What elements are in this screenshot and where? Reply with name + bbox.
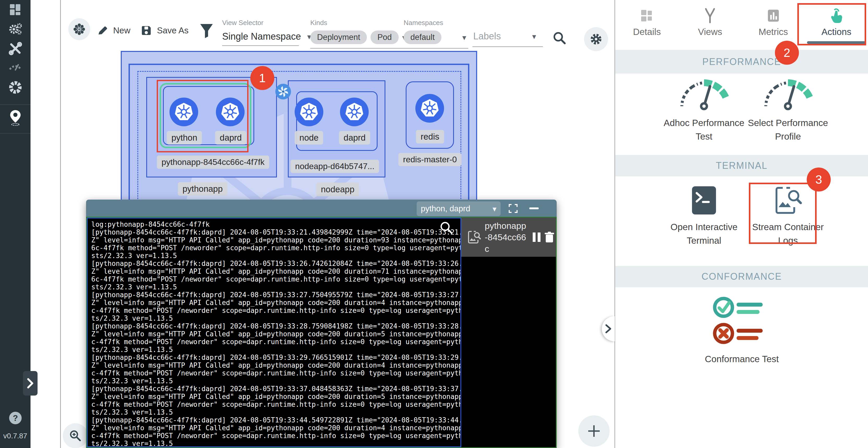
sidebar-expand-handle[interactable] (23, 371, 37, 395)
tab-label: Metrics (758, 27, 788, 37)
help-button[interactable]: ? (9, 412, 22, 424)
meshsync-button[interactable] (68, 18, 90, 40)
container-redis[interactable] (415, 94, 444, 123)
save-as-label: Save As (157, 26, 188, 35)
log-line: c-4f7fk method="POST /neworder" scope=da… (91, 338, 461, 346)
actions-tap-icon (830, 6, 843, 26)
container-daprd-python[interactable] (216, 97, 245, 126)
log-line: c-4f7fk method="POST /neworder" scope=da… (91, 369, 461, 377)
new-label: New (113, 26, 130, 35)
panel-tabs: Details Views Metrics Actions (615, 0, 868, 48)
stream-container-logs-button[interactable]: Stream ContainerLogs (746, 186, 830, 247)
log-line: Z" level=info msg="HTTP API Called" app_… (91, 330, 461, 338)
kind-chip-pod[interactable]: Pod (371, 31, 398, 44)
details-grid-icon (640, 6, 654, 26)
adhoc-performance-test-button[interactable]: Adhoc PerformanceTest (662, 77, 746, 143)
terminal-icon (691, 186, 716, 215)
view-selector-underline (222, 46, 299, 46)
action-label-line1: Adhoc Performance (663, 118, 744, 128)
add-node-button[interactable] (578, 415, 610, 447)
action-label-line1: Stream Container (752, 222, 824, 232)
view-selector-field[interactable]: View Selector Single Namespace ▾ (222, 19, 311, 42)
strip-divider (60, 0, 61, 448)
namespace-chip-default[interactable]: default (404, 31, 441, 44)
terminal-section-header: TERMINAL (615, 155, 868, 176)
fullscreen-button[interactable] (508, 204, 518, 213)
log-line: ts/2.32.3 ver=1.13.5 (91, 408, 461, 416)
log-line: [pythonapp-8454cc66c-4f7fk:daprd] 2024-0… (91, 385, 461, 393)
log-line: c-4f7fk method="POST /neworder" scope=da… (91, 306, 461, 315)
new-button[interactable]: New (97, 25, 130, 36)
app-root: ? v0.7.87 WA New Save As View Selector (0, 0, 868, 448)
save-icon (141, 25, 152, 36)
performance-section-header: PERFORMANCE (615, 50, 868, 73)
deployment-label: pythonapp (178, 182, 227, 196)
container-label: daprd (215, 131, 246, 145)
kinds-label: Kinds (310, 19, 406, 27)
log-line: Z" level=info msg="HTTP API Called" app_… (91, 361, 461, 369)
container-node[interactable] (294, 97, 323, 126)
gauge-icon (676, 77, 732, 111)
tab-details[interactable]: Details (615, 0, 678, 48)
sidebar-divider (0, 104, 31, 105)
performance-speedometer-icon[interactable] (0, 61, 31, 71)
select-performance-profile-button[interactable]: Select PerformanceProfile (746, 77, 830, 143)
terminal-pod-list: pythonapp-8454cc66c (461, 218, 556, 447)
views-merge-icon (703, 6, 717, 26)
container-python[interactable] (169, 97, 198, 126)
container-select[interactable]: python, daprd ▾ (417, 202, 501, 216)
lifecycle-gears-icon[interactable] (0, 23, 31, 36)
container-label: daprd (339, 131, 370, 145)
settings-button[interactable] (584, 27, 608, 51)
log-terminal-window: python, daprd ▾ log:pythonapp-8454cc66c-… (86, 200, 557, 448)
labels-underline (472, 47, 543, 47)
open-interactive-terminal-button[interactable]: Open InteractiveTerminal (662, 186, 746, 247)
search-button[interactable] (552, 31, 567, 46)
filter-button[interactable] (200, 24, 213, 39)
action-label-line2: Profile (775, 131, 801, 142)
log-line: [pythonapp-8454cc66c-4f7fk:daprd] 2024-0… (91, 291, 461, 299)
conformance-test-button[interactable]: Conformance Test (700, 295, 783, 366)
log-line: [pythonapp-8454cc66c-4f7fk:daprd] 2024-0… (91, 322, 461, 330)
chevron-down-icon: ▾ (532, 32, 536, 41)
stream-logs-icon (466, 229, 482, 245)
kinds-field[interactable]: Kinds Deployment Pod ▾ (310, 19, 406, 44)
labels-field[interactable]: Labels ▾ (473, 31, 536, 42)
zoom-in-button[interactable] (63, 423, 88, 448)
log-line: sts/2.32.3 ver=1.13.5 (91, 252, 461, 260)
pause-icon[interactable] (532, 232, 541, 242)
tab-metrics[interactable]: Metrics (742, 0, 805, 48)
kubernetes-icon (420, 98, 440, 118)
panel-divider (615, 0, 615, 448)
extensions-donut-icon[interactable] (0, 80, 31, 94)
tab-actions[interactable]: Actions (805, 0, 868, 48)
log-line: [pythonapp-8454cc66c-4f7fk:daprd] 2024-0… (91, 354, 461, 361)
save-as-button[interactable]: Save As (141, 25, 188, 36)
tab-views[interactable]: Views (678, 0, 742, 48)
pod-label: redis-master-0 (398, 153, 462, 166)
minimize-button[interactable] (529, 207, 539, 209)
dapr-spiral-icon (275, 83, 291, 100)
trash-icon[interactable] (544, 232, 555, 243)
version-label: v0.7.87 (0, 432, 31, 440)
terminal-content: log:pythonapp-8454cc66c-4f7fk[pythonapp-… (86, 217, 557, 448)
terminal-pod-item[interactable]: pythonapp-8454cc66c (461, 218, 556, 257)
action-label-line2: Terminal (687, 235, 721, 245)
gauge-icon (760, 77, 816, 111)
kubernetes-icon (174, 102, 194, 122)
log-search-icon[interactable] (439, 221, 454, 235)
container-select-value: python, daprd (421, 204, 470, 213)
container-daprd-node[interactable] (340, 97, 369, 126)
kind-chip-deployment[interactable]: Deployment (310, 31, 367, 44)
log-line: Z" level=info msg="HTTP API Called" app_… (91, 236, 461, 244)
log-line: 6c-4f7fk method="POST /neworder" scope=d… (91, 275, 461, 283)
dashboard-icon[interactable] (0, 4, 31, 16)
plus-icon (587, 424, 601, 438)
configuration-tools-icon[interactable] (0, 42, 31, 55)
active-tab-underline (807, 41, 866, 44)
log-line: Z" level=info msg="HTTP API Called" app_… (91, 424, 461, 432)
log-line: ts/2.32.3 ver=1.13.5 (91, 377, 461, 385)
namespaces-field[interactable]: Namespaces default ▾ (404, 19, 466, 44)
log-pane[interactable]: log:pythonapp-8454cc66c-4f7fk[pythonapp-… (87, 218, 461, 447)
kanvas-pin-icon[interactable] (0, 110, 31, 126)
